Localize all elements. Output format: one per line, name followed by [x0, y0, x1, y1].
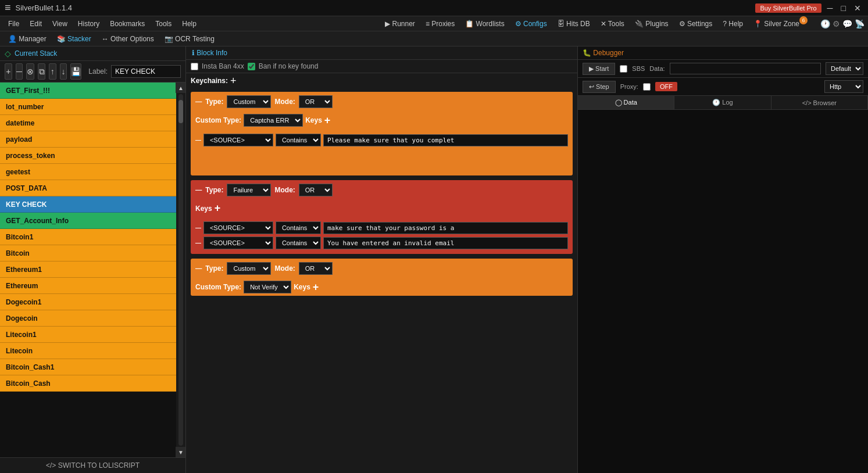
discord-icon[interactable]: 💬 — [842, 19, 852, 28]
nav-help[interactable]: ? Help — [718, 19, 748, 29]
proxy-off-button[interactable]: OFF — [655, 82, 677, 91]
keychain-2-remove[interactable]: ─ — [195, 185, 202, 195]
ban-if-no-key-label[interactable]: Ban if no key found — [259, 62, 319, 70]
keychain-2-value-input-2[interactable] — [323, 237, 568, 249]
block-item[interactable]: process_token — [0, 148, 176, 164]
keychain-1-type-select[interactable]: Custom Success Failure Retry — [227, 95, 271, 108]
block-item[interactable]: datetime — [0, 115, 176, 131]
proxy-checkbox[interactable] — [643, 83, 651, 91]
block-item[interactable]: Litecoin — [0, 343, 176, 359]
block-item[interactable]: Bitcoin_Cash1 — [0, 359, 176, 375]
block-item[interactable]: Dogecoin1 — [0, 294, 176, 310]
nav-configs[interactable]: ⚙ Configs — [510, 19, 552, 29]
menu-tools-top[interactable]: Tools — [151, 19, 176, 29]
keychain-2-type-select[interactable]: Failure Success Custom Retry — [227, 184, 271, 196]
keychain-2-key-1-remove[interactable]: ─ — [195, 223, 201, 232]
submenu-other-options[interactable]: ↔ Other Options — [97, 34, 159, 44]
scroll-down-button[interactable]: ▼ — [176, 447, 185, 457]
nav-runner[interactable]: ▶ Runner — [380, 19, 420, 29]
block-item[interactable]: payload — [0, 131, 176, 148]
nav-icon-2[interactable]: ⚙ — [833, 19, 840, 28]
block-item[interactable]: lot_number — [0, 99, 176, 115]
save-button[interactable]: 💾 — [70, 63, 81, 80]
menu-history[interactable]: History — [73, 19, 104, 29]
tab-browser[interactable]: </> Browser — [771, 96, 868, 109]
insta-ban-checkbox[interactable] — [191, 63, 198, 70]
submenu-ocr-testing[interactable]: 📷 OCR Testing — [160, 34, 219, 44]
keychain-1-value-input[interactable] — [323, 134, 568, 146]
menu-file[interactable]: File — [3, 19, 24, 29]
insta-ban-label[interactable]: Insta Ban 4xx — [202, 62, 244, 70]
move-down-button[interactable]: ↓ — [60, 63, 67, 80]
block-item-selected[interactable]: KEY CHECK — [0, 196, 176, 213]
block-item[interactable]: Ethereum1 — [0, 261, 176, 278]
keychain-1-key-1-remove[interactable]: ─ — [195, 135, 201, 145]
block-item[interactable]: Dogecoin — [0, 310, 176, 327]
add-keychain-button[interactable]: + — [230, 76, 237, 86]
keychain-2-condition-select-2[interactable]: Contains — [276, 236, 321, 249]
block-item[interactable]: Litecoin1 — [0, 327, 176, 343]
block-item[interactable]: Bitcoin1 — [0, 229, 176, 245]
keychain-2-value-input-1[interactable] — [323, 222, 568, 234]
start-button[interactable]: ▶ Start — [583, 63, 615, 75]
keychain-2-source-select-1[interactable]: <SOURCE> — [203, 221, 273, 234]
keychain-1-mode-select[interactable]: OR AND — [299, 95, 333, 108]
menu-help-top[interactable]: Help — [177, 19, 201, 29]
nav-tools[interactable]: ✕ Tools — [596, 19, 629, 29]
sbs-checkbox[interactable] — [620, 65, 627, 73]
nav-settings[interactable]: ⚙ Settings — [674, 19, 717, 29]
block-list-scrollbar[interactable]: ▲ ▼ — [176, 83, 185, 457]
keychain-1-customtype-select[interactable]: Captcha ERR — [244, 114, 303, 127]
block-item[interactable]: POST_DATA — [0, 180, 176, 196]
nav-hitsdb[interactable]: 🗄 Hits DB — [553, 19, 595, 29]
submenu-stacker[interactable]: 📚 Stacker — [52, 34, 96, 44]
nav-silverzone[interactable]: 📍 Silver Zone6 — [749, 19, 815, 29]
tab-data[interactable]: ◯ Data — [578, 96, 674, 109]
keychain-1-source-select[interactable]: <SOURCE> — [203, 134, 273, 146]
buy-silverbullet-button[interactable]: Buy SilverBullet Pro — [755, 3, 821, 13]
keychain-2-condition-select-1[interactable]: Contains — [276, 221, 321, 234]
block-item[interactable]: Bitcoin_Cash — [0, 375, 176, 392]
maximize-button[interactable]: □ — [839, 3, 848, 13]
label-input[interactable] — [111, 65, 181, 78]
keychain-3-mode-select[interactable]: OR AND — [299, 262, 333, 275]
close-button[interactable]: ✕ — [852, 3, 863, 13]
keychain-3-customtype-select[interactable]: Not Verify — [244, 281, 291, 293]
block-item[interactable]: geetest — [0, 164, 176, 180]
keychain-2-source-select-2[interactable]: <SOURCE> — [203, 236, 273, 249]
ban-if-no-key-checkbox[interactable] — [248, 63, 255, 70]
block-item[interactable]: GET_First_!!! — [0, 83, 176, 99]
disable-block-button[interactable]: ⊗ — [26, 63, 34, 80]
nav-proxies[interactable]: ≡ Proxies — [421, 19, 459, 29]
data-type-select[interactable]: Default — [826, 62, 863, 75]
keychain-3-remove[interactable]: ─ — [195, 263, 202, 274]
menu-edit[interactable]: Edit — [25, 19, 47, 29]
block-item[interactable]: Ethereum — [0, 278, 176, 294]
keychain-1-add-key-button[interactable]: + — [324, 114, 331, 127]
submenu-manager[interactable]: 👤 Manager — [3, 34, 51, 44]
keychain-3-add-key-button[interactable]: + — [313, 281, 319, 293]
minimize-button[interactable]: ─ — [825, 3, 835, 13]
keychain-1-condition-select[interactable]: Contains — [276, 134, 321, 146]
keychain-2-mode-select[interactable]: OR AND — [299, 184, 333, 196]
nav-wordlists[interactable]: 📋 Wordlists — [460, 19, 509, 29]
tab-log[interactable]: 🕐 Log — [674, 96, 771, 109]
switch-loliscript-button[interactable]: </> SWITCH TO LOLISCRIPT — [0, 457, 185, 473]
move-up-button[interactable]: ↑ — [49, 63, 56, 80]
scroll-up-button[interactable]: ▲ — [176, 83, 185, 93]
add-block-button[interactable]: + — [5, 63, 12, 80]
menu-bookmarks[interactable]: Bookmarks — [105, 19, 149, 29]
keychain-2-add-key-button[interactable]: + — [215, 202, 221, 214]
nav-icon-1[interactable]: 🕐 — [820, 19, 830, 28]
nav-icon-4[interactable]: 📡 — [855, 19, 865, 28]
keychain-2-key-2-remove[interactable]: ─ — [195, 238, 201, 248]
copy-block-button[interactable]: ⧉ — [38, 63, 45, 80]
step-button[interactable]: ↩ Step — [583, 81, 616, 93]
nav-plugins[interactable]: 🔌 Plugins — [630, 19, 673, 29]
proxy-type-select[interactable]: Http Socks4 Socks5 — [824, 80, 863, 93]
data-input[interactable] — [670, 63, 821, 74]
keychain-3-type-select[interactable]: Custom Success Failure Retry — [227, 262, 271, 275]
block-item[interactable]: Bitcoin — [0, 245, 176, 261]
keychain-1-remove[interactable]: ─ — [195, 96, 202, 107]
remove-block-button[interactable]: ─ — [16, 63, 23, 80]
